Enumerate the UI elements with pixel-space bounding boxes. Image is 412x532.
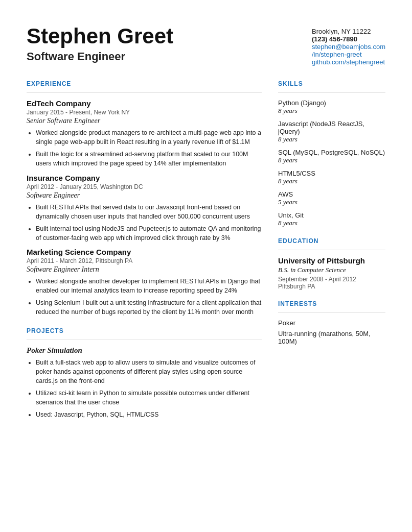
projects-divider: [27, 340, 262, 340]
bullet-insurance-2: Built internal tool using NodeJS and Pup…: [36, 224, 262, 243]
skill-javascript-years: 8 years: [278, 135, 385, 143]
page: Stephen Greet Software Engineer Brooklyn…: [0, 0, 412, 450]
phone: (123) 456-7890: [312, 35, 385, 43]
address: Brooklyn, NY 11222: [312, 28, 385, 35]
job-marketing: Marketing Science Company April 2011 - M…: [27, 248, 262, 317]
date-edtech: January 2015 - Present, New York NY: [27, 109, 262, 116]
main-content: EXPERIENCE EdTech Company January 2015 -…: [27, 80, 385, 429]
skill-unix: Unix, Git 8 years: [278, 211, 385, 227]
skill-python-name: Python (Django): [278, 99, 385, 107]
skills-divider: [278, 92, 385, 93]
projects-label: PROJECTS: [27, 327, 262, 334]
header: Stephen Greet Software Engineer Brooklyn…: [27, 25, 385, 66]
interests-label: INTERESTS: [278, 300, 385, 307]
skill-python-years: 8 years: [278, 107, 385, 115]
skill-html: HTML5/CSS 8 years: [278, 170, 385, 185]
bullet-edtech-2: Built the logic for a streamlined ad-ser…: [36, 150, 262, 168]
skill-unix-name: Unix, Git: [278, 211, 385, 219]
bullet-marketing-2: Using Selenium I built out a unit testin…: [36, 298, 262, 317]
skill-sql-years: 8 years: [278, 156, 385, 164]
edu-degree: B.S. in Computer Science: [278, 266, 385, 274]
title-marketing: Software Engineer Intern: [27, 265, 262, 274]
bullet-insurance-1: Built RESTful APIs that served data to o…: [36, 203, 262, 221]
skill-aws: AWS 5 years: [278, 190, 385, 206]
email-link[interactable]: stephen@beamjobs.com: [312, 43, 385, 51]
job-edtech: EdTech Company January 2015 - Present, N…: [27, 99, 262, 168]
skill-unix-years: 8 years: [278, 219, 385, 227]
left-column: EXPERIENCE EdTech Company January 2015 -…: [27, 80, 262, 429]
company-insurance: Insurance Company: [27, 174, 262, 182]
skills-label: SKILLS: [278, 80, 385, 87]
bullets-edtech: Worked alongside product managers to re-…: [27, 128, 262, 168]
header-right: Brooklyn, NY 11222 (123) 456-7890 stephe…: [312, 25, 385, 66]
job-insurance: Insurance Company April 2012 - January 2…: [27, 174, 262, 243]
candidate-name: Stephen Greet: [27, 25, 173, 48]
title-insurance: Software Engineer: [27, 191, 262, 200]
bullet-marketing-1: Worked alongside another developer to im…: [36, 277, 262, 295]
title-edtech: Senior Software Engineer: [27, 117, 262, 125]
skills-section: SKILLS Python (Django) 8 years Javascrip…: [278, 80, 385, 227]
company-edtech: EdTech Company: [27, 99, 262, 108]
edu-dates: September 2008 - April 2012: [278, 276, 385, 283]
date-insurance: April 2012 - January 2015, Washington DC: [27, 183, 262, 190]
candidate-title: Software Engineer: [27, 50, 173, 63]
bullet-poker-2: Utilized sci-kit learn in Python to simu…: [36, 389, 262, 407]
experience-section: EXPERIENCE EdTech Company January 2015 -…: [27, 80, 262, 317]
date-marketing: April 2011 - March 2012, Pittsburgh PA: [27, 257, 262, 264]
right-column: SKILLS Python (Django) 8 years Javascrip…: [278, 80, 385, 429]
skill-javascript: Javascript (NodeJS ReactJS, jQuery) 8 ye…: [278, 120, 385, 143]
project-poker-title: Poker Simulation: [27, 346, 262, 355]
github-link[interactable]: github.com/stephengreet: [312, 58, 385, 66]
skill-html-name: HTML5/CSS: [278, 170, 385, 177]
education-divider: [278, 250, 385, 250]
bullet-poker-1: Built a full-stack web app to allow user…: [36, 358, 262, 385]
interest-poker: Poker: [278, 319, 385, 327]
experience-divider: [27, 92, 262, 93]
bullets-insurance: Built RESTful APIs that served data to o…: [27, 203, 262, 243]
bullet-poker-3: Used: Javascript, Python, SQL, HTML/CSS: [36, 410, 262, 419]
education-section: EDUCATION University of Pittsburgh B.S. …: [278, 237, 385, 290]
skill-aws-years: 5 years: [278, 198, 385, 206]
education-label: EDUCATION: [278, 237, 385, 245]
skill-html-years: 8 years: [278, 177, 385, 185]
skill-sql-name: SQL (MySQL, PostgreSQL, NoSQL): [278, 149, 385, 156]
bullets-marketing: Worked alongside another developer to im…: [27, 277, 262, 317]
bullet-edtech-1: Worked alongside product managers to re-…: [36, 128, 262, 147]
linkedin-link[interactable]: /in/stephen-greet: [312, 51, 385, 58]
skill-javascript-name: Javascript (NodeJS ReactJS, jQuery): [278, 120, 385, 135]
company-marketing: Marketing Science Company: [27, 248, 262, 256]
edu-location: Pittsburgh PA: [278, 283, 385, 290]
experience-label: EXPERIENCE: [27, 80, 262, 87]
interests-section: INTERESTS Poker Ultra-running (marathons…: [278, 300, 385, 345]
skill-sql: SQL (MySQL, PostgreSQL, NoSQL) 8 years: [278, 149, 385, 164]
edu-school: University of Pittsburgh: [278, 256, 385, 265]
skill-aws-name: AWS: [278, 190, 385, 198]
projects-section: PROJECTS Poker Simulation Built a full-s…: [27, 327, 262, 420]
interest-running: Ultra-running (marathons, 50M, 100M): [278, 330, 385, 345]
interests-divider: [278, 312, 385, 313]
bullets-poker: Built a full-stack web app to allow user…: [27, 358, 262, 420]
header-left: Stephen Greet Software Engineer: [27, 25, 173, 63]
skill-python: Python (Django) 8 years: [278, 99, 385, 115]
